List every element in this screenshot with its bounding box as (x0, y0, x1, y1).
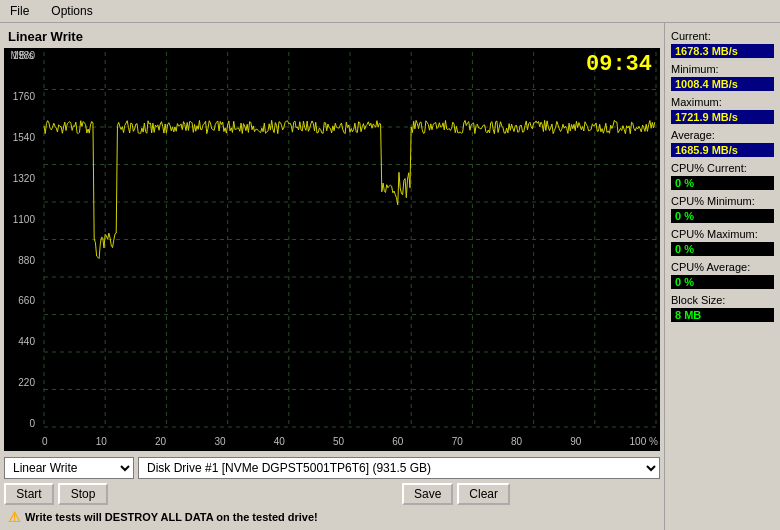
main-container: Linear Write 0 220 440 660 880 1100 1320… (0, 23, 780, 530)
y-label-1100: 1100 (6, 214, 38, 225)
menu-options[interactable]: Options (45, 2, 98, 20)
average-value: 1685.9 MB/s (671, 143, 774, 157)
save-button[interactable]: Save (402, 483, 453, 505)
y-label-660: 660 (6, 295, 38, 306)
y-label-1760: 1760 (6, 91, 38, 102)
menu-file[interactable]: File (4, 2, 35, 20)
chart-canvas (40, 48, 660, 431)
y-label-1540: 1540 (6, 132, 38, 143)
warning-bar: ⚠ Write tests will DESTROY ALL DATA on t… (4, 507, 660, 527)
cpu-current-value: 0 % (671, 176, 774, 190)
cpu-current-label: CPU% Current: (671, 162, 774, 174)
x-label-100: 100 % (630, 436, 658, 447)
x-label-90: 90 (570, 436, 581, 447)
current-label: Current: (671, 30, 774, 42)
x-label-70: 70 (452, 436, 463, 447)
timer-display: 09:34 (586, 52, 652, 77)
y-label-440: 440 (6, 336, 38, 347)
menu-bar: File Options (0, 0, 780, 23)
x-label-40: 40 (274, 436, 285, 447)
minimum-label: Minimum: (671, 63, 774, 75)
cpu-minimum-label: CPU% Minimum: (671, 195, 774, 207)
x-label-80: 80 (511, 436, 522, 447)
drive-select[interactable]: Disk Drive #1 [NVMe DGPST5001TP6T6] (931… (138, 457, 660, 479)
cpu-maximum-value: 0 % (671, 242, 774, 256)
stop-button[interactable]: Stop (58, 483, 108, 505)
right-panel: Current: 1678.3 MB/s Minimum: 1008.4 MB/… (665, 23, 780, 530)
maximum-label: Maximum: (671, 96, 774, 108)
y-unit: MB/s (4, 50, 40, 61)
start-button[interactable]: Start (4, 483, 54, 505)
warning-text: Write tests will DESTROY ALL DATA on the… (25, 511, 318, 523)
y-label-1320: 1320 (6, 173, 38, 184)
y-label-220: 220 (6, 377, 38, 388)
cpu-maximum-label: CPU% Maximum: (671, 228, 774, 240)
cpu-average-label: CPU% Average: (671, 261, 774, 273)
chart-canvas-container: 09:34 (40, 48, 660, 431)
left-panel: Linear Write 0 220 440 660 880 1100 1320… (0, 23, 665, 530)
block-size-value: 8 MB (671, 308, 774, 322)
cpu-minimum-value: 0 % (671, 209, 774, 223)
y-axis: 0 220 440 660 880 1100 1320 1540 1760 19… (4, 48, 40, 431)
chart-area: 0 220 440 660 880 1100 1320 1540 1760 19… (4, 48, 660, 451)
test-select[interactable]: Linear Write Linear Read Random Write Ra… (4, 457, 134, 479)
minimum-value: 1008.4 MB/s (671, 77, 774, 91)
x-label-50: 50 (333, 436, 344, 447)
chart-title: Linear Write (4, 27, 660, 48)
warning-icon: ⚠ (8, 509, 21, 525)
buttons-row: Start Stop Save Clear (4, 481, 660, 507)
average-label: Average: (671, 129, 774, 141)
x-label-60: 60 (392, 436, 403, 447)
x-label-20: 20 (155, 436, 166, 447)
x-label-0: 0 (42, 436, 48, 447)
cpu-average-value: 0 % (671, 275, 774, 289)
block-size-label: Block Size: (671, 294, 774, 306)
maximum-value: 1721.9 MB/s (671, 110, 774, 124)
x-label-10: 10 (96, 436, 107, 447)
clear-button[interactable]: Clear (457, 483, 510, 505)
x-label-30: 30 (214, 436, 225, 447)
controls-row: Linear Write Linear Read Random Write Ra… (4, 455, 660, 481)
current-value: 1678.3 MB/s (671, 44, 774, 58)
y-label-0: 0 (6, 418, 38, 429)
y-label-880: 880 (6, 255, 38, 266)
x-axis: 0 10 20 30 40 50 60 70 80 90 100 % (40, 431, 660, 451)
